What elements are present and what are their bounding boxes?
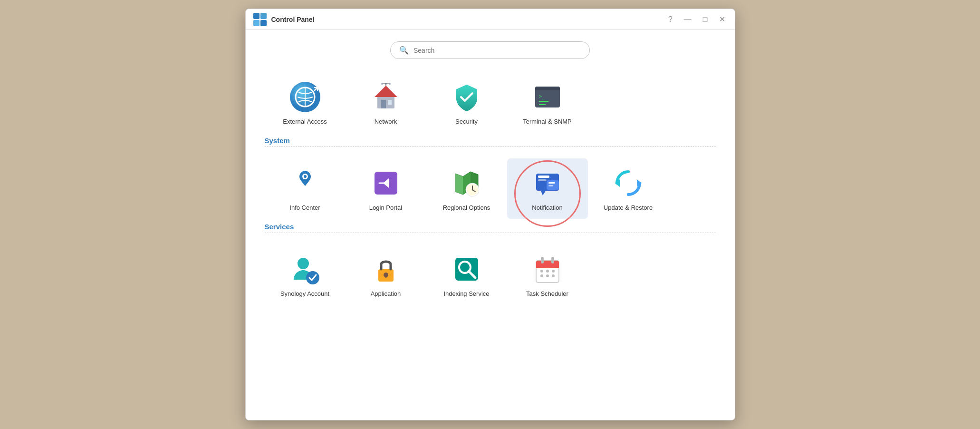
svg-rect-37 xyxy=(538,179,547,181)
network-icon xyxy=(370,81,402,113)
item-update-restore[interactable]: Update & Restore xyxy=(588,158,669,219)
svg-marker-8 xyxy=(375,86,397,97)
close-button[interactable]: ✕ xyxy=(717,15,727,24)
svg-rect-41 xyxy=(548,185,553,186)
svg-marker-27 xyxy=(455,174,463,195)
svg-point-59 xyxy=(552,274,555,277)
indexing-service-label: Indexing Service xyxy=(443,290,489,298)
item-network[interactable]: Network xyxy=(346,72,426,133)
svg-rect-56 xyxy=(551,257,554,263)
search-wrapper[interactable]: 🔍 xyxy=(390,41,590,59)
login-portal-icon xyxy=(370,167,402,199)
regional-options-icon xyxy=(451,167,483,199)
services-section-label: Services xyxy=(265,223,716,231)
item-indexing-service[interactable]: Indexing Service xyxy=(426,244,507,305)
item-application[interactable]: Application xyxy=(346,244,426,305)
terminal-snmp-label: Terminal & SNMP xyxy=(523,118,572,126)
application-icon xyxy=(370,253,402,285)
svg-point-58 xyxy=(546,274,549,277)
help-button[interactable]: ? xyxy=(666,15,674,24)
svg-point-16 xyxy=(385,83,387,85)
external-access-label: External Access xyxy=(283,118,327,126)
maximize-button[interactable]: □ xyxy=(701,15,710,24)
svg-rect-39 xyxy=(547,180,559,190)
synology-account-label: Synology Account xyxy=(280,290,329,298)
terminal-snmp-icon: >_ xyxy=(531,81,564,113)
update-restore-label: Update & Restore xyxy=(604,204,653,212)
services-grid: Synology Account Application xyxy=(265,244,716,305)
svg-point-44 xyxy=(298,258,309,269)
svg-marker-38 xyxy=(541,191,546,195)
svg-point-60 xyxy=(540,270,543,273)
svg-rect-0 xyxy=(253,13,259,19)
svg-point-45 xyxy=(306,271,319,284)
control-panel-window: Control Panel ? — □ ✕ 🔍 xyxy=(245,9,735,420)
indexing-service-icon xyxy=(451,253,483,285)
external-access-icon xyxy=(289,81,321,113)
task-scheduler-label: Task Scheduler xyxy=(526,290,568,298)
svg-text:i: i xyxy=(303,174,304,180)
svg-rect-55 xyxy=(541,257,544,263)
network-label: Network xyxy=(375,118,397,126)
system-section-label: System xyxy=(265,136,716,145)
item-login-portal[interactable]: Login Portal xyxy=(346,158,426,219)
titlebar: Control Panel ? — □ ✕ xyxy=(246,9,735,30)
connectivity-grid: External Access xyxy=(265,72,716,133)
svg-rect-18 xyxy=(535,87,560,90)
svg-point-57 xyxy=(540,274,543,277)
search-input[interactable] xyxy=(413,47,581,54)
svg-rect-36 xyxy=(538,176,549,178)
svg-rect-2 xyxy=(253,20,259,26)
item-security[interactable]: Security xyxy=(426,72,507,133)
security-icon xyxy=(451,81,483,113)
svg-rect-10 xyxy=(388,100,392,105)
login-portal-label: Login Portal xyxy=(369,204,402,212)
item-task-scheduler[interactable]: Task Scheduler xyxy=(507,244,588,305)
svg-rect-54 xyxy=(536,264,559,268)
item-notification[interactable]: Notification xyxy=(507,158,588,219)
info-center-icon: i xyxy=(289,167,321,199)
svg-rect-48 xyxy=(385,275,387,278)
item-terminal-snmp[interactable]: >_ Terminal & SNMP xyxy=(507,72,588,133)
svg-rect-9 xyxy=(381,100,386,108)
system-grid: i Info Center Login Portal xyxy=(265,158,716,219)
svg-rect-3 xyxy=(260,20,267,26)
security-label: Security xyxy=(455,118,478,126)
svg-point-14 xyxy=(381,83,383,85)
svg-point-34 xyxy=(471,189,473,190)
application-label: Application xyxy=(371,290,401,298)
window-title: Control Panel xyxy=(271,16,666,23)
item-regional-options[interactable]: Regional Options xyxy=(426,158,507,219)
task-scheduler-icon xyxy=(531,253,564,285)
minimize-button[interactable]: — xyxy=(682,15,693,24)
svg-point-15 xyxy=(389,83,391,85)
update-restore-icon xyxy=(612,167,644,199)
search-icon: 🔍 xyxy=(399,46,409,55)
window-controls: ? — □ ✕ xyxy=(666,15,727,24)
svg-point-61 xyxy=(546,270,549,273)
synology-account-icon xyxy=(289,253,321,285)
app-icon xyxy=(253,13,267,26)
notification-label: Notification xyxy=(532,204,562,212)
services-divider xyxy=(265,233,716,233)
svg-point-62 xyxy=(552,270,555,273)
notification-icon xyxy=(531,167,564,199)
info-center-label: Info Center xyxy=(289,204,320,212)
item-synology-account[interactable]: Synology Account xyxy=(265,244,346,305)
item-info-center[interactable]: i Info Center xyxy=(265,158,346,219)
regional-options-label: Regional Options xyxy=(443,204,490,212)
item-external-access[interactable]: External Access xyxy=(265,72,346,133)
svg-rect-40 xyxy=(548,182,555,184)
svg-rect-1 xyxy=(260,13,267,19)
svg-text:>_: >_ xyxy=(539,94,545,99)
system-divider xyxy=(265,146,716,147)
search-bar: 🔍 xyxy=(265,41,716,59)
main-content: 🔍 xyxy=(246,30,735,420)
